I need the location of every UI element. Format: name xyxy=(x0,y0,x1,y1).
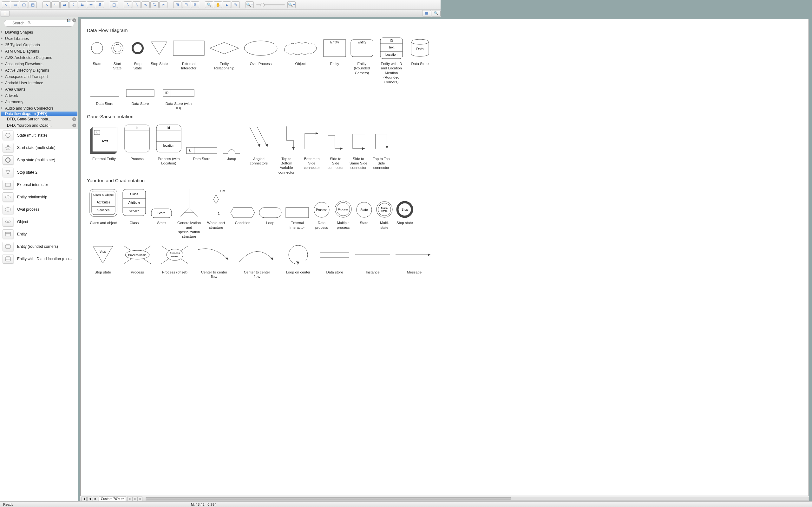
svg-text:State: State xyxy=(360,208,368,212)
shape-row[interactable]: External interactor xyxy=(0,178,78,191)
search-input[interactable] xyxy=(4,20,74,26)
svg-point-1 xyxy=(6,146,10,150)
shape-row[interactable]: Stop state 2 xyxy=(0,166,78,178)
canvas-area[interactable]: Data Flow Diagram State Start State Stop… xyxy=(80,19,441,275)
svg-marker-21 xyxy=(210,43,239,54)
close-icon[interactable]: × xyxy=(72,124,76,127)
zoom-in-icon[interactable]: 🔍+ xyxy=(287,1,296,8)
svg-point-2 xyxy=(7,147,9,149)
shape-row[interactable]: Entity (rounded corners) xyxy=(0,240,78,252)
section-title: Data Flow Diagram xyxy=(87,27,441,33)
svg-text:Process: Process xyxy=(170,251,180,255)
svg-marker-91 xyxy=(231,208,255,218)
zoom-slider[interactable] xyxy=(256,4,285,5)
eyedrop-tool[interactable]: ✎ xyxy=(232,1,240,8)
svg-marker-124 xyxy=(428,253,430,256)
shape-row[interactable]: Object xyxy=(0,216,78,228)
lib-item[interactable]: Aerospace and Transport xyxy=(0,73,78,80)
lib-item[interactable]: Astronomy xyxy=(0,99,78,105)
svg-marker-67 xyxy=(316,132,318,135)
close-icon[interactable]: × xyxy=(72,117,76,121)
sub-lib-item[interactable]: DFD, Yourdon and Coad... × xyxy=(0,122,78,129)
connector-tool-6[interactable]: ⇋ xyxy=(87,1,95,8)
svg-text:Stop: Stop xyxy=(100,250,106,253)
align-tool-1[interactable]: ⊞ xyxy=(173,1,182,8)
svg-text:Text: Text xyxy=(389,46,395,49)
lib-item[interactable]: Area Charts xyxy=(0,86,78,93)
search-lib-icon[interactable]: 🔍 xyxy=(432,10,441,16)
align-tool-3[interactable]: ⊠ xyxy=(191,1,199,8)
line-tool-4[interactable]: ⇅ xyxy=(150,1,159,8)
svg-text:id: id xyxy=(136,126,138,130)
rect-tool[interactable]: ▭ xyxy=(11,1,19,8)
svg-text:Attribute: Attribute xyxy=(128,201,140,205)
svg-text:Stop: Stop xyxy=(402,208,408,211)
svg-marker-63 xyxy=(258,144,260,147)
svg-line-64 xyxy=(257,127,267,147)
section-title: Yourdon and Coad notation xyxy=(87,178,441,183)
svg-text:location: location xyxy=(163,144,174,147)
shape-row[interactable]: Start state (multi state) xyxy=(0,141,78,154)
lib-item[interactable]: Android User Interface xyxy=(0,80,78,86)
shape-row[interactable]: Entity relationship xyxy=(0,191,78,203)
connector-tool-4[interactable]: ⤹ xyxy=(69,1,78,8)
svg-text:ID: ID xyxy=(390,39,393,43)
line-tool-3[interactable]: ∿ xyxy=(142,1,150,8)
lib-item[interactable]: ATM UML Diagrams xyxy=(0,48,78,55)
shape-row[interactable]: Entity with ID and location (rou... xyxy=(0,252,78,265)
svg-rect-39 xyxy=(126,90,154,97)
shape-row[interactable]: Entity xyxy=(0,228,78,240)
svg-text:Process name: Process name xyxy=(128,253,147,257)
lib-item[interactable]: Drawing Shapes xyxy=(0,29,78,36)
shape-row[interactable]: Stop state (multi state) xyxy=(0,154,78,166)
lib-item[interactable]: AWS Architecture Diagrams xyxy=(0,55,78,61)
svg-point-7 xyxy=(5,208,11,211)
connector-tool-5[interactable]: ⇆ xyxy=(78,1,86,8)
line-tool-1[interactable]: ╲ xyxy=(124,1,132,8)
svg-line-62 xyxy=(250,127,260,147)
line-tool-5[interactable]: ✂ xyxy=(159,1,167,8)
svg-text:Data: Data xyxy=(416,47,424,51)
insert-shape[interactable]: ◫ xyxy=(110,1,118,8)
connector-tool-1[interactable]: ↘ xyxy=(43,1,51,8)
lib-item[interactable]: User Libraries xyxy=(0,36,78,42)
shape-row[interactable]: Oval process xyxy=(0,203,78,216)
lib-item[interactable]: 25 Typical Orgcharts xyxy=(0,42,78,48)
svg-marker-4 xyxy=(6,170,10,174)
svg-rect-92 xyxy=(286,208,309,218)
svg-text:1,m: 1,m xyxy=(220,189,225,193)
svg-text:Class-&-Object: Class-&-Object xyxy=(93,193,113,196)
zoom-out-icon[interactable]: 🔍− xyxy=(246,1,254,8)
shape-row[interactable]: State (multi state) xyxy=(0,129,78,141)
tree-view-icon[interactable]: ☰ xyxy=(1,10,9,16)
pan-tool[interactable]: ✋ xyxy=(214,1,222,8)
connector-tool-3[interactable]: ⇄ xyxy=(60,1,68,8)
lib-item[interactable]: Artwork xyxy=(0,93,78,99)
svg-marker-66 xyxy=(292,147,295,150)
lib-item[interactable]: Active Directory Diagrams xyxy=(0,67,78,73)
align-tool-2[interactable]: ⊟ xyxy=(182,1,190,8)
svg-text:Attributes: Attributes xyxy=(97,201,110,204)
lib-item-selected[interactable]: Data flow diagram (DFD) 💾 × xyxy=(1,112,78,116)
grid-view-icon[interactable]: ▦ xyxy=(422,10,431,16)
svg-point-17 xyxy=(113,44,121,52)
svg-text:State: State xyxy=(157,211,165,215)
pointer-tool[interactable]: ↖ xyxy=(2,1,10,8)
svg-text:Services: Services xyxy=(97,209,109,212)
line-tool-2[interactable]: ╲ xyxy=(133,1,141,8)
sub-lib-item[interactable]: DFD, Gane-Sarson nota... × xyxy=(0,116,78,122)
text-tool[interactable]: ▤ xyxy=(29,1,37,8)
lib-item[interactable]: Accounting Flowcharts xyxy=(0,61,78,67)
ellipse-tool[interactable]: ◯ xyxy=(20,1,28,8)
connector-tool-7[interactable]: ⇵ xyxy=(96,1,104,8)
stamp-tool[interactable]: ▲ xyxy=(223,1,231,8)
svg-text:id: id xyxy=(96,131,98,134)
svg-rect-8 xyxy=(5,232,10,236)
lib-item[interactable]: Audio and Video Connectors xyxy=(0,105,78,112)
connector-tool-2[interactable]: ⤷ xyxy=(51,1,60,8)
svg-rect-12 xyxy=(5,257,10,261)
zoom-in-tool[interactable]: 🔍 xyxy=(205,1,213,8)
svg-marker-19 xyxy=(151,42,167,55)
svg-text:Process: Process xyxy=(316,208,327,212)
svg-point-16 xyxy=(112,43,123,54)
